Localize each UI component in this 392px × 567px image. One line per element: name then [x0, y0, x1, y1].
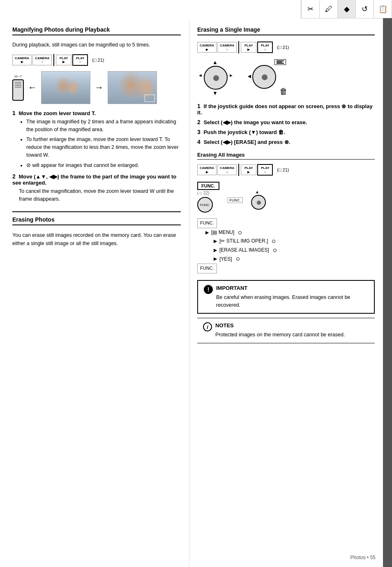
step-1-title: Move the zoom lever toward T. [18, 110, 96, 116]
magnify-intro: During playback, still images can be mag… [12, 41, 181, 49]
erase-step-1: 1 If the joystick guide does not appear … [197, 103, 375, 116]
badge-ea-divider [238, 164, 239, 176]
notes-title: NOTES [215, 322, 345, 329]
menu-text-menu: [▤ MENU] [211, 228, 234, 237]
badge-camera-movie: CAMERA ▶ [12, 55, 32, 65]
func-button-icon: FUNC. [200, 203, 210, 207]
icon-refresh[interactable]: ↺ [355, 0, 374, 18]
menu-row-func-start: FUNC. [197, 218, 375, 228]
bullet-1: The image is magnified by 2 times and a … [26, 118, 181, 134]
notes-icon: i [203, 322, 212, 331]
magnify-badges: CAMERA ▶ CAMERA ○ PLAY ▶ PLAY ○ (□ 21) [12, 54, 181, 66]
magnify-section-header: Magnifying Photos during Playback [12, 26, 181, 35]
badge-play-still-active: PLAY ○ [72, 54, 88, 66]
page-footer: Photos • 55 [350, 555, 376, 560]
func-joy-body [251, 195, 266, 210]
notes-content: NOTES Protected images on the memory car… [215, 322, 345, 339]
joy-up-arrow: ▲ [212, 59, 218, 65]
important-box: ! IMPORTANT Be careful when erasing imag… [197, 280, 375, 314]
erase-single-badges: CAMERA ▶ CAMERA ○ PLAY ▶ PLAY ○ (□ 21) [197, 41, 375, 53]
zoom-to-arrow: → [95, 82, 104, 93]
right-sidebar [383, 18, 392, 567]
func-area: FUNC. ( □ 22) FUNC. FUNC. ▲ [197, 182, 375, 213]
badge-cs-cam-still: CAMERA ○ [217, 42, 237, 53]
important-body: Be careful when erasing images. Erased i… [216, 294, 368, 309]
menu-circle-menu [238, 231, 242, 234]
icon-scissors[interactable]: ✂ [301, 0, 319, 18]
menu-row-yes: ▶ [YES] [197, 255, 375, 264]
func-joystick-pair: FUNC. ▲ [228, 190, 269, 211]
erase-step-4-num: 4 [197, 139, 201, 145]
erase-single-header: Erasing a Single Image [197, 26, 375, 35]
erase-step-4: 4 Select (◀▶) [ERASE] and press ⊛. [197, 139, 375, 145]
badge-divider [53, 54, 54, 66]
icon-clipboard[interactable]: 📋 [374, 0, 392, 18]
joystick-right: ◄ ► 🗑 [247, 59, 288, 96]
step-1: 1 Move the zoom lever toward T. The imag… [12, 110, 181, 169]
zoom-lever-lines [15, 82, 21, 88]
icon-diamond[interactable]: ◆ [337, 0, 355, 18]
top-icon-bar: ✂ 🖊 ◆ ↺ 📋 [301, 0, 392, 19]
func-small-joystick: ▲ [248, 190, 268, 211]
icon-pen[interactable]: 🖊 [319, 0, 337, 18]
menu-circle-yes [236, 257, 240, 261]
badge-ea-cam-movie: CAMERA ▶ [197, 164, 217, 175]
step-2-num: 2 [12, 173, 16, 180]
important-title: IMPORTANT [216, 285, 368, 291]
erase-all-header: Erasing All Images [197, 152, 375, 160]
erase-step-2: 2 Select (◀▶) the image you want to eras… [197, 119, 375, 125]
photo-faces [42, 72, 90, 104]
photo-preview-before [41, 71, 90, 104]
func-joy-center [257, 201, 261, 205]
erasing-photos-header: Erasing Photos [12, 216, 181, 225]
zoom-line [15, 82, 21, 83]
important-content: IMPORTANT Be careful when erasing images… [216, 285, 368, 309]
erase-all-badges: CAMERA ▶ CAMERA ○ PLAY ▶ PLAY ○ (□ 21) [197, 164, 375, 176]
menu-circle-still [272, 240, 275, 243]
right-column: Erasing a Single Image CAMERA ▶ CAMERA ○… [189, 18, 383, 352]
photo-zoom-indicator [145, 95, 155, 102]
func-small-label: FUNC. [228, 197, 243, 203]
menu-text-yes: [YES] [219, 255, 232, 264]
menu-row-menu: ▶ [▤ MENU] [197, 228, 375, 237]
badge-cs-cam-movie: CAMERA ▶ [197, 42, 217, 53]
joy-down-arrow: ▼ [212, 90, 218, 96]
important-icon: ! [204, 285, 213, 294]
badge-ea-play-movie: PLAY ▶ [241, 164, 256, 175]
zoom-line [15, 85, 21, 86]
joystick2-center [262, 74, 267, 80]
badge-cs-play-movie: PLAY ▶ [241, 42, 256, 53]
erasing-photos-body: You can erase still images recorded on t… [12, 231, 181, 248]
zoom-diagram: W–T ← → [12, 71, 181, 104]
step-2: 2 Move (▲▼, ◀▶) the frame to the part of… [12, 173, 181, 203]
erase-step-4-title: Select (◀▶) [ERASE] and press ⊛. [203, 139, 290, 145]
badge-cs-divider [238, 41, 239, 53]
erase-step-1-title: If the joystick guide does not appear on… [197, 103, 373, 116]
step-2-title: Move (▲▼, ◀▶) the frame to the part of t… [12, 174, 176, 186]
menu-func-end: FUNC. [197, 264, 217, 273]
joy-prev-icon: ◄ [247, 73, 252, 79]
bullet-3: ⊘ will appear for images that cannot be … [26, 162, 181, 169]
notes-box: i NOTES Protected images on the memory c… [197, 318, 375, 343]
menu-func-start: FUNC. [197, 218, 217, 228]
erase-step-3-num: 3 [197, 129, 201, 135]
erase-step-3-title: Push the joystick (▼) toward 🗑. [203, 129, 285, 135]
joystick2-body [252, 65, 276, 89]
menu-text-still: [✏ STILL IMG OPER.] [219, 237, 268, 246]
func-joy-up: ▲ [255, 190, 259, 194]
zoom-direction-arrow: ← [28, 82, 37, 93]
erasing-photos-section: Erasing Photos You can erase still image… [12, 211, 181, 248]
menu-tree: FUNC. ▶ [▤ MENU] ▶ [✏ STILL IMG OPER.] ▶… [197, 218, 375, 273]
erase-all-page-ref: (□ 21) [277, 167, 289, 172]
erase-step-3: 3 Push the joystick (▼) toward 🗑. [197, 129, 375, 135]
badge-cs-play-still: PLAY ○ [257, 42, 273, 53]
erase-step-1-num: 1 [197, 103, 201, 109]
badge-ea-cam-still: CAMERA ○ [217, 164, 237, 175]
joystick-diagrams: ▲ ◄◄ ►► ▼ ◄ ► [197, 59, 375, 96]
magnify-page-ref: (□ 21) [92, 58, 104, 62]
menu-arrow-still: ▶ [214, 237, 217, 245]
badge-play-movie: PLAY ▶ [56, 55, 71, 65]
erase-step-2-title: Select (◀▶) the image you want to erase. [203, 119, 307, 125]
func-round-button[interactable]: FUNC. [197, 197, 213, 213]
left-column: Magnifying Photos during Playback During… [0, 18, 189, 256]
